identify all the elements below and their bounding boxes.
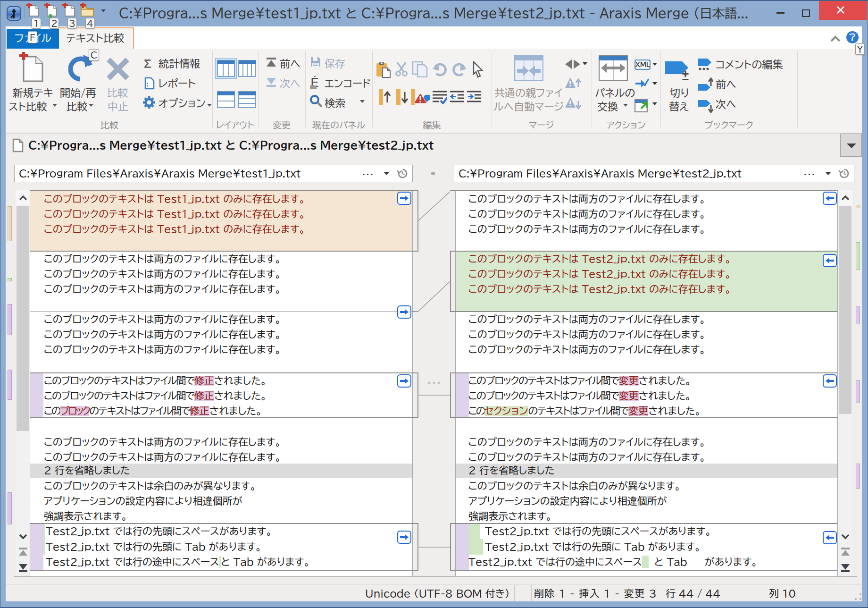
- svg-text:XML: XML: [635, 61, 650, 68]
